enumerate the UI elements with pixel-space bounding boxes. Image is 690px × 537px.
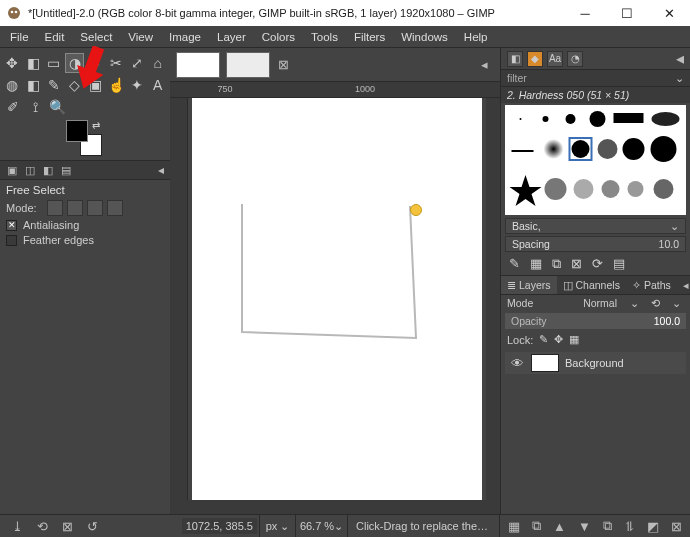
sb-revert-icon[interactable]: ⟲ (37, 519, 48, 534)
color-swatch[interactable]: ⇄ (66, 120, 106, 158)
antialias-checkbox[interactable]: ✕ (6, 220, 17, 231)
tab-channels[interactable]: ◫Channels (557, 276, 626, 294)
tool-measure[interactable]: ⟟ (26, 98, 44, 116)
tab-patterns-icon[interactable]: ◆ (527, 51, 543, 67)
horizontal-ruler[interactable]: 750 1000 (170, 82, 500, 98)
tool-crop[interactable]: ✂ (108, 54, 125, 72)
mask-icon[interactable]: ◩ (647, 519, 659, 534)
duplicate-layer-icon[interactable]: ⧉ (603, 518, 612, 534)
new-brush-icon[interactable]: ▦ (530, 256, 542, 272)
new-layer-icon[interactable]: ▦ (508, 519, 520, 534)
fg-color[interactable] (66, 120, 88, 142)
right-tabs-menu-icon[interactable]: ◂ (676, 49, 684, 68)
lock-pixels-icon[interactable]: ✎ (539, 333, 548, 346)
tool-pencil[interactable]: ✎ (45, 76, 62, 94)
feather-checkbox[interactable] (6, 235, 17, 246)
merge-down-icon[interactable]: ⥮ (624, 519, 635, 534)
menu-edit[interactable]: Edit (37, 29, 73, 45)
vertical-scrollbar[interactable] (486, 98, 500, 500)
vertical-ruler[interactable] (170, 98, 188, 500)
tool-paths[interactable]: ✦ (129, 76, 146, 94)
layer-item-background[interactable]: 👁 Background (505, 352, 686, 374)
tool-color-picker[interactable]: ✐ (4, 98, 22, 116)
tool-clone[interactable]: ▣ (87, 76, 104, 94)
zoom-select[interactable]: 66.7 % (300, 520, 334, 532)
mode-add-icon[interactable] (67, 200, 83, 216)
opacity-slider[interactable]: Opacity 100.0 (505, 313, 686, 329)
selection-anchor-icon[interactable] (410, 204, 422, 216)
refresh-brush-icon[interactable]: ⟳ (592, 256, 603, 272)
menu-help[interactable]: Help (456, 29, 496, 45)
edit-brush-icon[interactable]: ✎ (509, 256, 520, 272)
menu-tools[interactable]: Tools (303, 29, 346, 45)
tool-eraser[interactable]: ◇ (66, 76, 83, 94)
duplicate-brush-icon[interactable]: ⧉ (552, 256, 561, 272)
doc-tab-2[interactable] (226, 52, 270, 78)
menu-image[interactable]: Image (161, 29, 209, 45)
tabstrip-menu-icon[interactable]: ◂ (158, 163, 164, 177)
filter-dropdown-icon[interactable]: ⌄ (675, 72, 684, 84)
chevron-down-icon[interactable]: ⌄ (669, 297, 684, 309)
tool-zoom[interactable]: 🔍 (48, 98, 66, 116)
menu-layer[interactable]: Layer (209, 29, 254, 45)
chevron-down-icon[interactable]: ⌄ (627, 297, 642, 309)
tool-warp[interactable]: ⌂ (149, 54, 166, 72)
mode-intersect-icon[interactable] (107, 200, 123, 216)
delete-brush-icon[interactable]: ⊠ (571, 256, 582, 272)
delete-layer-icon[interactable]: ⊠ (671, 519, 682, 534)
brush-grid[interactable] (505, 105, 686, 215)
tool-fuzzy-select[interactable]: ✶ (87, 54, 104, 72)
menu-file[interactable]: File (2, 29, 37, 45)
lock-position-icon[interactable]: ✥ (554, 333, 563, 346)
layer-group-icon[interactable]: ⧉ (532, 518, 541, 534)
reset-mode-icon[interactable]: ⟲ (648, 297, 663, 309)
menu-select[interactable]: Select (72, 29, 120, 45)
doc-tabs-menu-icon[interactable]: ◂ (481, 57, 494, 72)
maximize-button[interactable]: ☐ (606, 0, 648, 26)
tab-brushes-icon[interactable]: ◧ (507, 51, 523, 67)
tool-align[interactable]: ◧ (25, 54, 42, 72)
tab-undo-history-icon[interactable]: ◧ (42, 164, 54, 176)
tab-history-icon[interactable]: ◔ (567, 51, 583, 67)
sb-reset-icon[interactable]: ↺ (87, 519, 98, 534)
tool-text[interactable]: A (149, 76, 166, 94)
swap-colors-icon[interactable]: ⇄ (92, 120, 100, 131)
canvas[interactable] (188, 98, 486, 500)
sb-save-icon[interactable]: ⤓ (12, 519, 23, 534)
visibility-eye-icon[interactable]: 👁 (509, 356, 525, 371)
doc-tab-close-icon[interactable]: ⊠ (276, 58, 290, 72)
tool-rect-select[interactable]: ▭ (46, 54, 63, 72)
sb-delete-icon[interactable]: ⊠ (62, 519, 73, 534)
menu-colors[interactable]: Colors (254, 29, 303, 45)
close-button[interactable]: ✕ (648, 0, 690, 26)
tab-paths[interactable]: ✧Paths (626, 276, 677, 294)
tool-gradient[interactable]: ◧ (25, 76, 42, 94)
tab-fonts-icon[interactable]: Aa (547, 51, 563, 67)
tool-free-select[interactable]: ◑ (66, 54, 83, 72)
menu-view[interactable]: View (120, 29, 161, 45)
tab-tool-options-icon[interactable]: ▣ (6, 164, 18, 176)
layer-mode-value[interactable]: Normal (539, 297, 621, 309)
menu-windows[interactable]: Windows (393, 29, 456, 45)
layers-tabs-menu-icon[interactable]: ◂ (677, 276, 690, 294)
tool-smudge[interactable]: ☝ (108, 76, 125, 94)
tool-bucket[interactable]: ◍ (4, 76, 21, 94)
brush-preset-select[interactable]: Basic, ⌄ (505, 218, 686, 234)
menu-filters[interactable]: Filters (346, 29, 393, 45)
mode-subtract-icon[interactable] (87, 200, 103, 216)
minimize-button[interactable]: ─ (564, 0, 606, 26)
open-as-image-icon[interactable]: ▤ (613, 256, 625, 272)
tab-layers[interactable]: ≣Layers (501, 276, 557, 294)
unit-select[interactable]: px (266, 520, 278, 532)
lower-layer-icon[interactable]: ▼ (578, 519, 591, 534)
tool-move[interactable]: ✥ (4, 54, 21, 72)
mode-replace-icon[interactable] (47, 200, 63, 216)
spacing-slider[interactable]: Spacing 10.0 (505, 236, 686, 252)
lock-alpha-icon[interactable]: ▦ (569, 333, 579, 346)
tab-device-status-icon[interactable]: ◫ (24, 164, 36, 176)
brush-filter[interactable]: filter ⌄ (501, 70, 690, 87)
horizontal-scrollbar[interactable] (170, 500, 500, 514)
doc-tab-1[interactable] (176, 52, 220, 78)
tool-rotate[interactable]: ⤢ (129, 54, 146, 72)
tab-images-icon[interactable]: ▤ (60, 164, 72, 176)
